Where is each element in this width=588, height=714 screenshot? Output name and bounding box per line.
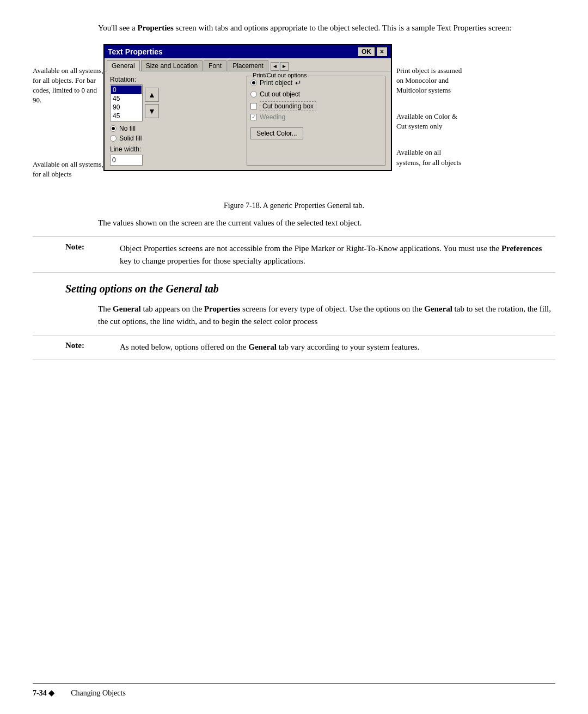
right-annotation-1: Print object is assumed on Monocolor and… [396, 66, 463, 96]
note-2-text-before: As noted below, options offered on the [120, 343, 248, 351]
dialog-columns: Rotation: 0 45 90 45 ▲ ▼ [110, 76, 385, 166]
section-heading: Setting options on the General tab [65, 283, 555, 295]
cut-object-radio[interactable] [250, 91, 257, 97]
left-ann-1-text: Available on all systems, for all object… [33, 66, 103, 105]
note-2-text-after: tab vary according to your system featur… [277, 343, 419, 351]
right-ann-1-text: Print object is assumed on Monocolor and… [396, 66, 462, 94]
print-cut-options: Print object ↵ Cut out object Cut boundi… [250, 78, 382, 121]
figure-caption: Figure 7-18. A generic Properties Genera… [33, 202, 555, 210]
footer-section: Changing Objects [71, 689, 126, 698]
bottom-row: Select Color... [250, 124, 382, 139]
tab-general[interactable]: General [107, 60, 140, 71]
note-1-bold: Preferences [501, 244, 542, 253]
note-1-label: Note: [65, 242, 109, 267]
line-width-input[interactable] [110, 155, 143, 166]
rotation-item-45b[interactable]: 45 [111, 112, 142, 120]
body-text-2: The General tab appears on the Propertie… [98, 303, 555, 327]
dialog-tabs: General Size and Location Font Placement… [105, 58, 391, 71]
right-annotation-3: Available on all systems, for all object… [396, 148, 463, 167]
left-annotation-2: Available on all systems, for all object… [33, 160, 103, 179]
tab-font[interactable]: Font [204, 60, 226, 71]
close-button[interactable]: × [376, 47, 388, 57]
cut-bounding-checkbox[interactable] [250, 103, 257, 109]
arrow-up-button[interactable]: ▲ [145, 88, 159, 102]
note-1-text-after: key to change properties for those speci… [120, 257, 305, 265]
print-cut-group-label: Print/Cut out options [252, 72, 308, 78]
note-2-label: Note: [65, 341, 109, 353]
tab-nav-buttons: ◄ ► [271, 62, 289, 71]
dialog-title: Text Properties [108, 47, 163, 56]
weeding-label: Weeding [260, 113, 285, 121]
print-object-radio[interactable] [250, 80, 257, 86]
body-2-bold2: Properties [204, 304, 240, 313]
rotation-section: Rotation: 0 45 90 45 ▲ ▼ [110, 76, 241, 121]
note-2-bold: General [248, 343, 277, 351]
tab-next-button[interactable]: ► [280, 62, 289, 71]
note-1-text-before: Object Properties screens are not access… [120, 244, 501, 253]
tab-prev-button[interactable]: ◄ [271, 62, 279, 71]
no-fill-label: No fill [119, 125, 136, 132]
no-fill-radio[interactable] [110, 125, 117, 132]
cut-object-label: Cut out object [260, 90, 300, 98]
solid-fill-radio[interactable] [110, 135, 117, 142]
fill-options: No fill Solid fill [110, 125, 241, 142]
intro-text-after: screen with tabs and options appropriate… [174, 23, 512, 32]
solid-fill-option[interactable]: Solid fill [110, 135, 241, 142]
note-1-content: Object Properties screens are not access… [120, 242, 555, 267]
rotation-arrows: ▲ ▼ [145, 88, 159, 118]
col-right: Print/Cut out options Print object ↵ Cut… [247, 76, 385, 166]
weeding-row: Weeding [250, 113, 382, 121]
body-text-1: The values shown on the screen are the c… [98, 217, 555, 229]
body-2-2: tab appears on the [141, 304, 204, 313]
weeding-checkbox[interactable] [250, 114, 257, 120]
body-2-bold1: General [113, 304, 141, 313]
rotation-item-90[interactable]: 90 [111, 103, 142, 112]
line-width-section: Line width: [110, 145, 241, 166]
body-2-bold3: General [424, 304, 452, 313]
solid-fill-label: Solid fill [119, 135, 142, 142]
rotation-list[interactable]: 0 45 90 45 [110, 84, 143, 121]
dialog-box: Text Properties OK × General Size and Lo… [103, 44, 392, 171]
ok-button[interactable]: OK [358, 47, 375, 57]
right-annotation-2: Available on Color & Cut system only [396, 112, 463, 131]
page-content: You'll see a Properties screen with tabs… [33, 22, 555, 359]
body-2-1: The [98, 304, 113, 313]
cut-object-option[interactable]: Cut out object [250, 90, 382, 98]
print-object-label: Print object [260, 79, 292, 87]
line-width-label: Line width: [110, 145, 241, 153]
cut-bounding-label: Cut bounding box [260, 101, 316, 111]
titlebar-buttons: OK × [358, 47, 388, 57]
note-2: Note: As noted below, options offered on… [33, 335, 555, 359]
no-fill-option[interactable]: No fill [110, 125, 241, 132]
dialog-body: Rotation: 0 45 90 45 ▲ ▼ [105, 71, 391, 170]
intro-paragraph: You'll see a Properties screen with tabs… [98, 22, 555, 34]
intro-text-before: You'll see a [98, 23, 137, 32]
left-annotation-1: Available on all systems, for all object… [33, 66, 103, 106]
arrow-down-button[interactable]: ▼ [145, 104, 159, 118]
intro-bold: Properties [137, 23, 173, 32]
col-left: Rotation: 0 45 90 45 ▲ ▼ [110, 76, 241, 166]
rotation-label: Rotation: [110, 76, 241, 83]
diagram-area: Available on all systems, for all object… [33, 44, 555, 196]
right-ann-3-text: Available on all systems, for all object… [396, 148, 461, 166]
tab-placement[interactable]: Placement [228, 60, 268, 71]
note-2-content: As noted below, options offered on the G… [120, 341, 555, 353]
body-2-3: screens for every type of object. Use th… [240, 304, 424, 313]
cut-bounding-row: Cut bounding box [250, 101, 382, 111]
rotation-item-45[interactable]: 45 [111, 94, 142, 103]
right-ann-2-text: Available on Color & Cut system only [396, 112, 457, 130]
select-color-button[interactable]: Select Color... [250, 127, 303, 139]
right-annotations: Print object is assumed on Monocolor and… [392, 66, 463, 184]
left-annotations: Available on all systems, for all object… [33, 66, 103, 196]
footer-bar: 7-34 ◆ Changing Objects [33, 684, 555, 698]
footer-page: 7-34 ◆ [33, 688, 54, 698]
note-1: Note: Object Properties screens are not … [33, 236, 555, 273]
print-object-option[interactable]: Print object ↵ [250, 78, 382, 87]
tab-size-location[interactable]: Size and Location [141, 60, 203, 71]
checkmark-symbol: ↵ [295, 78, 302, 87]
rotation-controls: 0 45 90 45 ▲ ▼ [110, 84, 241, 121]
left-ann-2-text: Available on all systems, for all object… [33, 160, 103, 178]
rotation-item-0[interactable]: 0 [111, 86, 142, 94]
dialog-titlebar: Text Properties OK × [105, 45, 391, 58]
